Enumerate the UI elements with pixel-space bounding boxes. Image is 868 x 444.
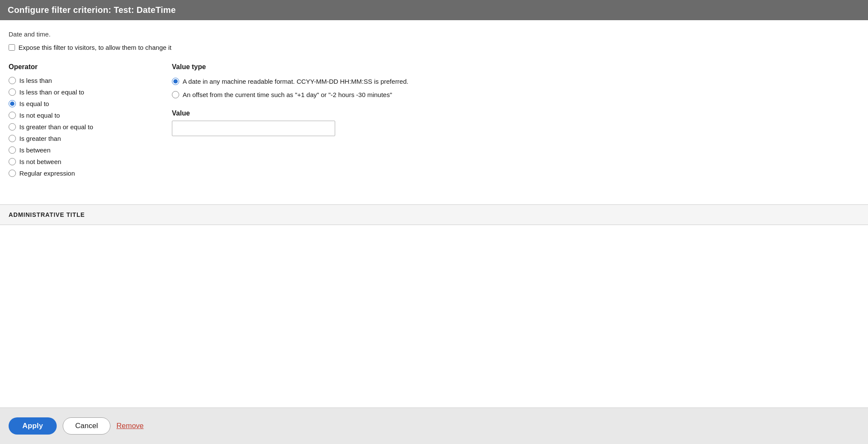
operator-radio-lte[interactable] xyxy=(9,88,16,96)
value-field-label: Value xyxy=(172,109,859,117)
operator-radio-not-between[interactable] xyxy=(9,158,16,165)
value-type-option-offset[interactable]: An offset from the current time such as … xyxy=(172,90,859,99)
value-type-radio-offset[interactable] xyxy=(172,91,179,98)
operator-radio-between[interactable] xyxy=(9,146,16,154)
value-type-label-offset: An offset from the current time such as … xyxy=(183,90,392,99)
value-field-section: Value xyxy=(172,109,859,136)
operator-radio-lt[interactable] xyxy=(9,77,16,84)
admin-title-label: ADMINISTRATIVE TITLE xyxy=(9,211,85,218)
operator-radio-gte[interactable] xyxy=(9,123,16,131)
admin-title-section: ADMINISTRATIVE TITLE xyxy=(0,204,868,225)
footer: Apply Cancel Remove xyxy=(0,408,868,444)
operator-column: Operator Is less thanIs less than or equ… xyxy=(9,63,172,177)
operator-option-eq[interactable]: Is equal to xyxy=(9,100,159,107)
operator-option-between[interactable]: Is between xyxy=(9,146,159,154)
description-text: Date and time. xyxy=(9,30,859,38)
window: Configure filter criterion: Test: DateTi… xyxy=(0,0,868,444)
operator-radio-regex[interactable] xyxy=(9,170,16,177)
expose-filter-row: Expose this filter to visitors, to allow… xyxy=(9,44,859,51)
operator-radio-gt[interactable] xyxy=(9,135,16,142)
operator-option-not-between[interactable]: Is not between xyxy=(9,158,159,165)
value-type-option-date[interactable]: A date in any machine readable format. C… xyxy=(172,77,859,86)
operator-option-lte[interactable]: Is less than or equal to xyxy=(9,88,159,96)
columns-layout: Operator Is less thanIs less than or equ… xyxy=(9,63,859,177)
apply-button[interactable]: Apply xyxy=(9,417,57,435)
operator-option-gt[interactable]: Is greater than xyxy=(9,135,159,142)
operator-header: Operator xyxy=(9,63,159,71)
value-type-header: Value type xyxy=(172,63,859,71)
operator-option-neq[interactable]: Is not equal to xyxy=(9,112,159,119)
expose-filter-label[interactable]: Expose this filter to visitors, to allow… xyxy=(18,44,171,51)
value-type-column: Value type A date in any machine readabl… xyxy=(172,63,859,177)
operator-label-between: Is between xyxy=(19,146,51,154)
operator-option-lt[interactable]: Is less than xyxy=(9,77,159,84)
operator-label-neq: Is not equal to xyxy=(19,112,60,119)
remove-button[interactable]: Remove xyxy=(116,422,144,430)
title-bar: Configure filter criterion: Test: DateTi… xyxy=(0,0,868,20)
operator-option-regex[interactable]: Regular expression xyxy=(9,170,159,177)
value-type-radio-date[interactable] xyxy=(172,78,179,85)
expose-filter-checkbox[interactable] xyxy=(9,44,15,51)
operator-label-gte: Is greater than or equal to xyxy=(19,123,93,131)
operator-label-regex: Regular expression xyxy=(19,170,75,177)
operator-label-lte: Is less than or equal to xyxy=(19,88,84,96)
value-type-radio-group: A date in any machine readable format. C… xyxy=(172,77,859,99)
value-type-label-date: A date in any machine readable format. C… xyxy=(183,77,408,86)
operator-radio-group: Is less thanIs less than or equal toIs e… xyxy=(9,77,159,177)
cancel-button[interactable]: Cancel xyxy=(63,417,110,435)
value-input[interactable] xyxy=(172,121,335,136)
operator-label-lt: Is less than xyxy=(19,77,52,84)
spacer xyxy=(9,187,859,204)
operator-radio-neq[interactable] xyxy=(9,112,16,119)
operator-label-not-between: Is not between xyxy=(19,158,61,165)
operator-radio-eq[interactable] xyxy=(9,100,16,107)
operator-label-gt: Is greater than xyxy=(19,135,61,142)
operator-option-gte[interactable]: Is greater than or equal to xyxy=(9,123,159,131)
operator-label-eq: Is equal to xyxy=(19,100,49,107)
content-area: Date and time. Expose this filter to vis… xyxy=(0,20,868,408)
window-title: Configure filter criterion: Test: DateTi… xyxy=(8,5,176,15)
